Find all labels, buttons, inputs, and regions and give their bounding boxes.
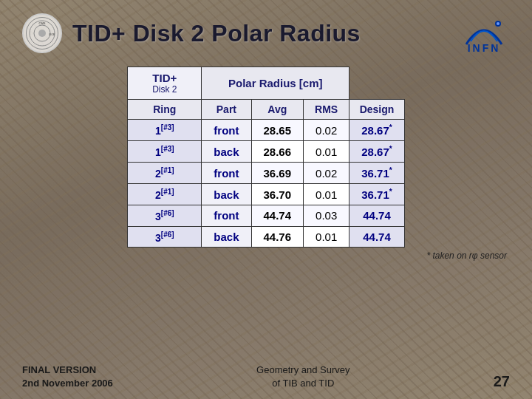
table-row: 1[#3]front28.650.0228.67*	[128, 120, 404, 141]
col-avg: Avg	[251, 100, 304, 120]
cell-ring: 3[#6]	[128, 205, 202, 227]
cell-design: 28.67*	[349, 141, 404, 163]
cell-part: back	[202, 184, 251, 205]
cell-avg: 28.66	[251, 141, 304, 163]
data-table: TID+ Disk 2 Polar Radius [cm] Ring Part …	[127, 66, 404, 248]
cell-rms: 0.02	[304, 120, 349, 141]
cell-avg: 44.76	[251, 226, 304, 248]
cell-avg: 44.74	[251, 205, 304, 227]
main-content: CMS GIOB TID+ Disk 2 Polar Radius INFN	[0, 0, 532, 268]
cell-avg: 36.70	[251, 184, 304, 205]
table-container: TID+ Disk 2 Polar Radius [cm] Ring Part …	[22, 66, 510, 248]
svg-text:CMS: CMS	[39, 21, 46, 25]
col-rms: RMS	[304, 100, 349, 120]
cell-part: back	[202, 141, 251, 163]
logo-circle: CMS GIOB	[22, 13, 62, 53]
cell-ring: 1[#3]	[128, 141, 202, 163]
col-part: Part	[202, 100, 251, 120]
cell-rms: 0.01	[304, 226, 349, 248]
cell-design: 36.71*	[349, 163, 404, 184]
cell-part: front	[202, 120, 251, 141]
footer-center: Geometry and Survey of TIB and TID	[256, 364, 349, 390]
table-row: 1[#3]back28.660.0128.67*	[128, 141, 404, 163]
cell-part: back	[202, 226, 251, 248]
bottom-bar: FINAL VERSION 2nd November 2006 Geometry…	[0, 364, 532, 390]
svg-text:INFN: INFN	[468, 42, 501, 52]
cell-design: 28.67*	[349, 120, 404, 141]
col-design: Design	[349, 100, 404, 120]
cell-design: 44.74	[349, 226, 404, 248]
col-ring: Ring	[128, 100, 202, 120]
cell-design: 44.74	[349, 205, 404, 227]
cell-part: front	[202, 163, 251, 184]
table-row: 3[#6]front44.740.0344.74	[128, 205, 404, 227]
svg-point-2	[38, 30, 46, 37]
table-row: 2[#1]back36.700.0136.71*	[128, 184, 404, 205]
footer-version: FINAL VERSION 2nd November 2006	[22, 364, 113, 390]
cell-rms: 0.01	[304, 184, 349, 205]
cell-rms: 0.01	[304, 141, 349, 163]
cell-avg: 28.65	[251, 120, 304, 141]
footnote: * taken on rφ sensor	[22, 250, 510, 261]
infn-logo: INFN	[458, 13, 510, 53]
header: CMS GIOB TID+ Disk 2 Polar Radius INFN	[22, 13, 510, 53]
logo-inner: CMS GIOB	[26, 17, 58, 50]
table-row: 3[#6]back44.760.0144.74	[128, 226, 404, 248]
svg-text:GIOB: GIOB	[49, 33, 55, 36]
table-row: 2[#1]front36.690.0236.71*	[128, 163, 404, 184]
polar-header: Polar Radius [cm]	[202, 67, 349, 100]
cell-design: 36.71*	[349, 184, 404, 205]
page-number: 27	[494, 373, 510, 390]
tid-header: TID+ Disk 2	[128, 67, 202, 100]
cell-ring: 3[#6]	[128, 226, 202, 248]
svg-point-6	[497, 22, 499, 25]
header-left: CMS GIOB TID+ Disk 2 Polar Radius	[22, 13, 361, 53]
cell-ring: 2[#1]	[128, 163, 202, 184]
page-title: TID+ Disk 2 Polar Radius	[72, 20, 361, 47]
cell-avg: 36.69	[251, 163, 304, 184]
cell-rms: 0.02	[304, 163, 349, 184]
cell-rms: 0.03	[304, 205, 349, 227]
cell-part: front	[202, 205, 251, 227]
cell-ring: 2[#1]	[128, 184, 202, 205]
cell-ring: 1[#3]	[128, 120, 202, 141]
